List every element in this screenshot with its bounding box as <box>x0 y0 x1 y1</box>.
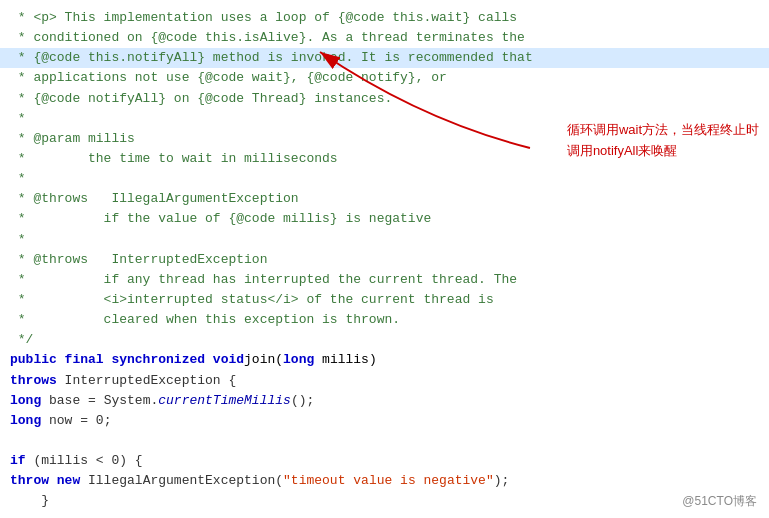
line-12: * <box>0 230 769 250</box>
line-5: * {@code notifyAll} on {@code Thread} in… <box>0 89 769 109</box>
line-3: * {@code this.notifyAll} method is invok… <box>0 48 769 68</box>
line-17: */ <box>0 330 769 350</box>
annotation-line1: 循环调用wait方法，当线程终止时 <box>567 120 759 141</box>
line-1: * <p> This implementation uses a loop of… <box>0 8 769 28</box>
watermark: @51CTO博客 <box>682 493 757 510</box>
annotation-box: 循环调用wait方法，当线程终止时 调用notifyAll来唤醒 <box>567 120 759 162</box>
line-11: * if the value of {@code millis} is nega… <box>0 209 769 229</box>
line-16: * cleared when this exception is thrown. <box>0 310 769 330</box>
line-14: * if any thread has interrupted the curr… <box>0 270 769 290</box>
line-10: * @throws IllegalArgumentException <box>0 189 769 209</box>
line-24: throw new IllegalArgumentException("time… <box>0 471 769 491</box>
line-9: * <box>0 169 769 189</box>
line-20: long base = System.currentTimeMillis(); <box>0 391 769 411</box>
line-23: if (millis < 0) { <box>0 451 769 471</box>
line-26 <box>0 511 769 518</box>
line-15: * <i>interrupted status</i> of the curre… <box>0 290 769 310</box>
line-25: } <box>0 491 769 511</box>
line-18: public final synchronized void join(long… <box>0 350 769 370</box>
line-19: throws InterruptedException { <box>0 371 769 391</box>
line-22 <box>0 431 769 451</box>
line-2: * conditioned on {@code this.isAlive}. A… <box>0 28 769 48</box>
line-13: * @throws InterruptedException <box>0 250 769 270</box>
line-21: long now = 0; <box>0 411 769 431</box>
line-4: * applications not use {@code wait}, {@c… <box>0 68 769 88</box>
code-area: * <p> This implementation uses a loop of… <box>0 0 769 518</box>
annotation-line2: 调用notifyAll来唤醒 <box>567 141 759 162</box>
